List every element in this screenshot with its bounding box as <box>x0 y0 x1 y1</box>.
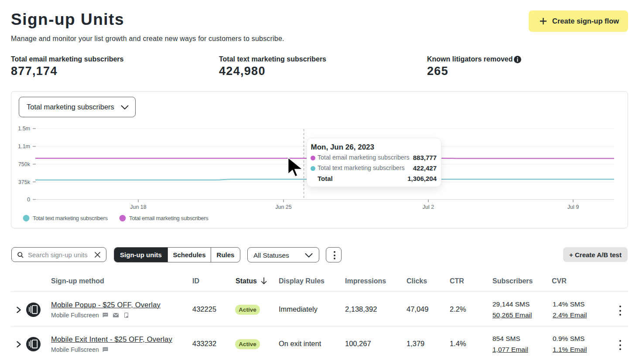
svg-text:750k: 750k <box>18 161 31 167</box>
svg-text:Jun 25: Jun 25 <box>275 204 292 210</box>
svg-text:Jul 2: Jul 2 <box>423 204 434 210</box>
svg-text:Jul 9: Jul 9 <box>567 204 579 210</box>
svg-text:1.5m: 1.5m <box>18 126 30 132</box>
svg-text:Total text marketing subscribe: Total text marketing subscribers <box>33 215 108 221</box>
svg-text:Total email marketing subscrib: Total email marketing subscribers <box>129 215 208 221</box>
svg-text:0: 0 <box>27 197 30 203</box>
svg-text:375k: 375k <box>18 179 31 185</box>
svg-text:1.1m: 1.1m <box>18 143 30 150</box>
svg-text:Jun 18: Jun 18 <box>130 204 147 210</box>
